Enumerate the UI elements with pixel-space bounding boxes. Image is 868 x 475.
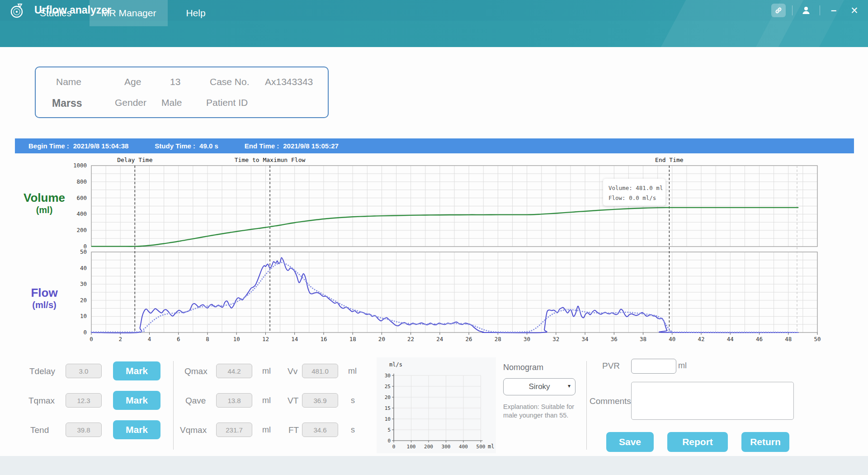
svg-text:Time to Maximun Flow: Time to Maximun Flow bbox=[235, 157, 306, 163]
svg-text:48: 48 bbox=[785, 336, 792, 342]
svg-text:ml: ml bbox=[488, 443, 494, 450]
minimize-icon: – bbox=[831, 8, 836, 13]
minimize-button[interactable]: – bbox=[826, 4, 841, 17]
svg-text:0: 0 bbox=[387, 438, 391, 444]
patient-info-box: Name Marss Age Gender 13 Male Case No. P… bbox=[35, 66, 329, 118]
svg-text:400: 400 bbox=[459, 444, 468, 450]
close-button[interactable]: × bbox=[847, 4, 862, 17]
vqmax-input[interactable] bbox=[216, 423, 252, 437]
mark-tend-button[interactable]: Mark bbox=[113, 420, 160, 439]
patient-case-label: Case No. bbox=[210, 76, 250, 87]
nomogram-label: Nomogram bbox=[503, 363, 543, 372]
vv-label: Vv bbox=[288, 366, 297, 376]
study-time-bar: Begin Time : 2021/9/8 15:04:38 Study Tim… bbox=[15, 138, 854, 153]
ft-label: FT bbox=[288, 425, 299, 435]
link-icon[interactable] bbox=[771, 4, 786, 17]
tend-label: Tend bbox=[30, 425, 49, 435]
svg-text:20: 20 bbox=[385, 394, 391, 400]
footer-strip bbox=[0, 456, 868, 475]
controls-panel: Tdelay Mark Tqmax Mark Tend Mark Qmax ml… bbox=[0, 357, 868, 456]
tqmax-input[interactable] bbox=[66, 393, 102, 408]
pvr-unit: ml bbox=[678, 361, 687, 370]
end-time-value: 2021/9/8 15:05:27 bbox=[283, 142, 339, 150]
svg-text:300: 300 bbox=[442, 444, 451, 450]
qave-label: Qave bbox=[185, 396, 206, 406]
svg-text:10: 10 bbox=[233, 336, 240, 342]
qave-unit: ml bbox=[262, 396, 271, 405]
svg-text:10: 10 bbox=[80, 313, 87, 319]
svg-text:2: 2 bbox=[118, 336, 122, 342]
uroflow-chart-svg: 0200400600800100001020304050024681012141… bbox=[0, 156, 868, 351]
tdelay-input[interactable] bbox=[66, 364, 102, 378]
main-menu: Studies MR Manager Help bbox=[28, 0, 224, 26]
patient-id-label: Patient ID bbox=[206, 97, 248, 108]
vqmax-unit: ml bbox=[262, 425, 271, 435]
svg-text:32: 32 bbox=[552, 336, 559, 342]
svg-text:25: 25 bbox=[385, 384, 391, 390]
svg-text:100: 100 bbox=[407, 444, 416, 450]
svg-text:30: 30 bbox=[80, 280, 87, 287]
tooltip-flow: Flow: 0.0 ml/s bbox=[609, 193, 661, 203]
save-button[interactable]: Save bbox=[606, 432, 654, 452]
vv-unit: ml bbox=[348, 366, 357, 376]
svg-text:ml/s: ml/s bbox=[389, 361, 402, 368]
ft-unit: s bbox=[351, 425, 355, 435]
nomogram-chart-svg: 0510152025300100200300400500ml/sml bbox=[377, 357, 496, 453]
report-button[interactable]: Report bbox=[667, 432, 728, 452]
mark-tdelay-button[interactable]: Mark bbox=[113, 361, 160, 380]
svg-text:0: 0 bbox=[90, 336, 93, 342]
return-button[interactable]: Return bbox=[741, 432, 789, 452]
svg-text:30: 30 bbox=[524, 336, 530, 342]
patient-name-value: Marss bbox=[52, 97, 82, 109]
nomogram-select[interactable]: Siroky ▾ bbox=[503, 378, 576, 395]
svg-text:1000: 1000 bbox=[73, 162, 87, 169]
svg-text:40: 40 bbox=[80, 265, 87, 271]
pvr-label: PVR bbox=[602, 361, 620, 371]
vt-input[interactable] bbox=[302, 393, 338, 408]
svg-text:End Time: End Time bbox=[655, 157, 684, 163]
qmax-unit: ml bbox=[262, 366, 271, 376]
qmax-label: Qmax bbox=[184, 366, 208, 376]
tdelay-label: Tdelay bbox=[29, 366, 55, 376]
qave-input[interactable] bbox=[216, 393, 252, 408]
qmax-input[interactable] bbox=[216, 364, 252, 378]
vv-input[interactable] bbox=[302, 364, 338, 378]
tend-input[interactable] bbox=[66, 423, 102, 437]
patient-gender-value: Male bbox=[161, 97, 182, 108]
ft-input[interactable] bbox=[302, 423, 338, 437]
chevron-down-icon: ▾ bbox=[568, 383, 571, 389]
divider bbox=[820, 5, 820, 15]
close-icon: × bbox=[851, 5, 858, 16]
svg-text:15: 15 bbox=[385, 405, 391, 411]
svg-text:30: 30 bbox=[385, 373, 391, 379]
app-logo-icon bbox=[9, 3, 24, 19]
user-icon[interactable] bbox=[799, 4, 813, 17]
mark-tqmax-button[interactable]: Mark bbox=[113, 391, 160, 410]
menu-item-studies[interactable]: Studies bbox=[28, 0, 83, 26]
svg-text:500: 500 bbox=[476, 444, 486, 450]
svg-text:Delay Time: Delay Time bbox=[117, 157, 152, 163]
vt-unit: s bbox=[351, 396, 355, 405]
svg-text:20: 20 bbox=[378, 336, 385, 342]
comments-textarea[interactable] bbox=[631, 382, 794, 420]
divider bbox=[792, 5, 793, 15]
svg-text:400: 400 bbox=[76, 210, 87, 217]
svg-text:14: 14 bbox=[291, 336, 298, 342]
patient-age-label: Age bbox=[124, 76, 141, 87]
menu-item-mr-manager[interactable]: MR Manager bbox=[90, 0, 168, 26]
svg-text:12: 12 bbox=[262, 336, 269, 342]
svg-text:20: 20 bbox=[80, 297, 87, 304]
svg-text:28: 28 bbox=[495, 336, 501, 342]
svg-text:46: 46 bbox=[756, 336, 763, 342]
patient-age-value: 13 bbox=[170, 76, 180, 87]
svg-text:5: 5 bbox=[387, 427, 391, 433]
volume-axis-unit: (ml) bbox=[15, 205, 74, 215]
svg-text:50: 50 bbox=[80, 248, 87, 255]
menu-item-help[interactable]: Help bbox=[174, 0, 217, 26]
svg-text:42: 42 bbox=[698, 336, 705, 342]
pvr-input[interactable] bbox=[631, 359, 676, 374]
flow-axis-title: Flow (ml/s) bbox=[15, 286, 74, 310]
volume-axis-title-text: Volume bbox=[15, 191, 74, 205]
nomogram-explanation: Explanation: Suitable for male younger t… bbox=[503, 403, 576, 420]
flow-axis-unit: (ml/s) bbox=[15, 300, 74, 310]
